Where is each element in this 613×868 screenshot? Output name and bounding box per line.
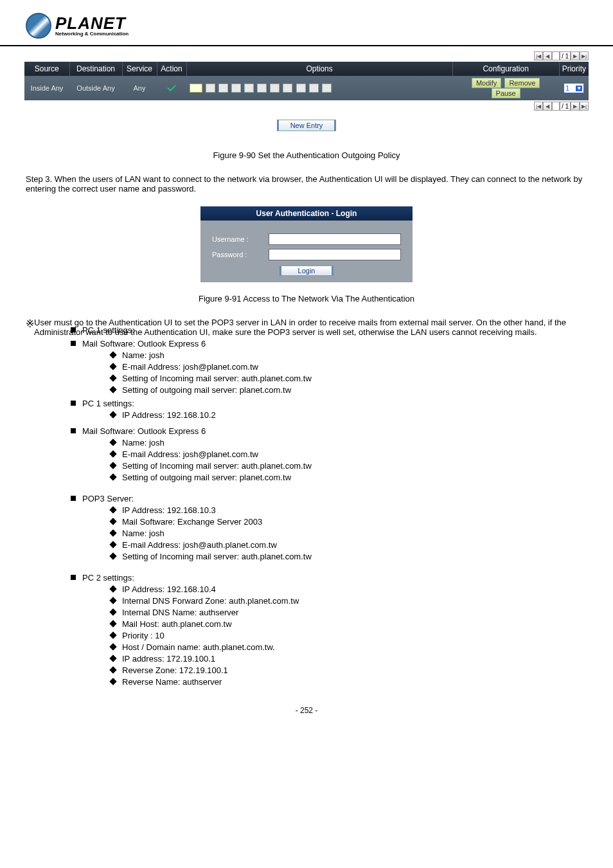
pc1-outgoing: Setting of outgoing mail server: planet.… <box>108 385 587 395</box>
option-icon-11[interactable] <box>322 84 332 93</box>
server-ip: IP Address: 192.168.10.3 <box>108 505 587 515</box>
col-action: Action <box>157 62 186 76</box>
pc1-incoming-f: Setting of Incoming mail server: auth.pl… <box>108 461 587 471</box>
last-page-icon-b[interactable]: ▶| <box>580 102 589 111</box>
option-icon-1[interactable] <box>190 84 202 93</box>
pc1-name: Name: josh <box>108 350 587 360</box>
pc1-title-final: PC 1 settings: IP Address: 192.168.10.2 <box>71 399 587 420</box>
step-3: Step 3. When the users of LAN want to co… <box>26 174 587 194</box>
username-input[interactable] <box>269 233 401 245</box>
pc1-block: PC 1 settings: IP Address: 192.168.10.2 … <box>71 399 587 687</box>
logo: PLANET Networking & Communication <box>26 13 613 39</box>
col-source: Source <box>24 62 69 76</box>
col-priority: Priority <box>559 62 589 76</box>
server-name: Name: josh <box>108 529 587 538</box>
login-title: User Authentication - Login <box>200 206 413 221</box>
remove-button[interactable]: Remove <box>504 78 540 88</box>
col-configuration: Configuration <box>452 62 559 76</box>
option-icon-6[interactable] <box>257 84 267 93</box>
option-icon-2[interactable] <box>206 84 215 93</box>
option-icon-9[interactable] <box>296 84 306 93</box>
pc1-mailsoft-h: Mail Software: Outlook Express 6 Name: j… <box>71 339 587 395</box>
rules-table: Source Destination Service Action Option… <box>24 62 589 100</box>
password-input[interactable] <box>269 249 401 260</box>
cell-destination: Outside Any <box>69 76 122 100</box>
pc2-host: Host / Domain name: auth.planet.com.tw. <box>108 642 587 652</box>
modify-button[interactable]: Modify <box>472 78 501 88</box>
server-mailsoft: Mail Software: Exchange Server 2003 <box>108 517 587 527</box>
logo-name: PLANET <box>55 15 129 32</box>
page-of-label: / 1 <box>560 51 571 60</box>
check-icon <box>166 84 177 91</box>
cell-source: Inside Any <box>24 76 69 100</box>
next-page-icon-b[interactable]: ▶ <box>571 102 580 111</box>
username-label: Username : <box>212 235 269 243</box>
page-of-label-b: / 1 <box>560 102 571 111</box>
table-header-row: Source Destination Service Action Option… <box>24 62 589 76</box>
logo-tagline: Networking & Communication <box>55 32 129 37</box>
pager-top: |◀ ◀ / 1 ▶ ▶| <box>24 51 589 60</box>
cell-service: Any <box>122 76 157 100</box>
pc2-rev: Reverse Zone: 172.19.100.1 <box>108 665 587 675</box>
pc1-ip-final: IP Address: 192.168.10.2 <box>108 410 587 420</box>
login-button[interactable]: Login <box>280 266 334 276</box>
logo-globe-icon <box>26 13 51 39</box>
option-icon-7[interactable] <box>270 84 280 93</box>
rules-section: |◀ ◀ / 1 ▶ ▶| Source Destination Service… <box>24 51 589 131</box>
col-options: Options <box>186 62 452 76</box>
password-label: Password : <box>212 251 269 258</box>
page-header: PLANET Networking & Communication <box>0 0 613 46</box>
priority-select[interactable]: 1▼ <box>564 83 584 93</box>
page-number: - 252 - <box>0 706 613 715</box>
figure-caption-2: Figure 9-91 Access to The Network Via Th… <box>0 294 613 303</box>
cell-action <box>157 76 186 100</box>
page-input-b[interactable] <box>552 102 560 111</box>
cell-configuration: Modify Remove Pause <box>452 76 559 100</box>
option-icon-8[interactable] <box>283 84 292 93</box>
prev-page-icon[interactable]: ◀ <box>543 51 552 60</box>
option-icon-5[interactable] <box>244 84 254 93</box>
pc2-mailhost: Mail Host: auth.planet.com.tw <box>108 619 587 629</box>
pc1-incoming: Setting of Incoming mail server: auth.pl… <box>108 374 587 383</box>
pager-bottom: |◀ ◀ / 1 ▶ ▶| <box>24 102 589 111</box>
login-panel: User Authentication - Login Username : P… <box>200 206 413 282</box>
figure-caption-1: Figure 9-90 Set the Authentication Outgo… <box>0 150 613 160</box>
pc1-email: E-mail Address: josh@planet.com.tw <box>108 362 587 372</box>
pc2-priority: Priority : 10 <box>108 631 587 640</box>
option-icon-10[interactable] <box>309 84 319 93</box>
option-icon-4[interactable] <box>231 84 241 93</box>
note-icon: ※ <box>26 318 34 337</box>
pc1-mailsoft-final: Mail Software: Outlook Express 6 Name: j… <box>71 426 587 482</box>
prev-page-icon-b[interactable]: ◀ <box>543 102 552 111</box>
pc2-hostip: IP address: 172.19.100.1 <box>108 654 587 664</box>
pc2-title: PC 2 settings: IP Address: 192.168.10.4 … <box>71 573 587 687</box>
first-page-icon[interactable]: |◀ <box>534 51 543 60</box>
pc2-revname: Reverse Name: authserver <box>108 677 587 687</box>
next-page-icon[interactable]: ▶ <box>571 51 580 60</box>
pc1-name-f: Name: josh <box>108 438 587 448</box>
server-incoming: Setting of Incoming mail server: auth.pl… <box>108 552 587 561</box>
pause-button[interactable]: Pause <box>492 88 520 98</box>
col-service: Service <box>122 62 157 76</box>
col-destination: Destination <box>69 62 122 76</box>
table-row: Inside Any Outside Any Any Modify Remove <box>24 76 589 100</box>
pc2-dnsname: Internal DNS Name: authserver <box>108 608 587 617</box>
pc1-title: PC 1 settings: <box>71 325 587 335</box>
pc2-ip: IP Address: 192.168.10.4 <box>108 584 587 594</box>
server-title: POP3 Server: IP Address: 192.168.10.3 Ma… <box>71 494 587 561</box>
page-input[interactable] <box>552 51 560 60</box>
new-entry-button[interactable]: New Entry <box>277 120 337 131</box>
server-email: E-mail Address: josh@auth.planet.com.tw <box>108 540 587 550</box>
pc2-zone: Internal DNS Forward Zone: auth.planet.c… <box>108 596 587 606</box>
last-page-icon[interactable]: ▶| <box>580 51 589 60</box>
pc1-email-f: E-mail Address: josh@planet.com.tw <box>108 449 587 459</box>
cell-options <box>186 76 452 100</box>
first-page-icon-b[interactable]: |◀ <box>534 102 543 111</box>
pc1-outgoing-f: Setting of outgoing mail server: planet.… <box>108 473 587 482</box>
option-icon-3[interactable] <box>218 84 228 93</box>
cell-priority: 1▼ <box>559 76 589 100</box>
